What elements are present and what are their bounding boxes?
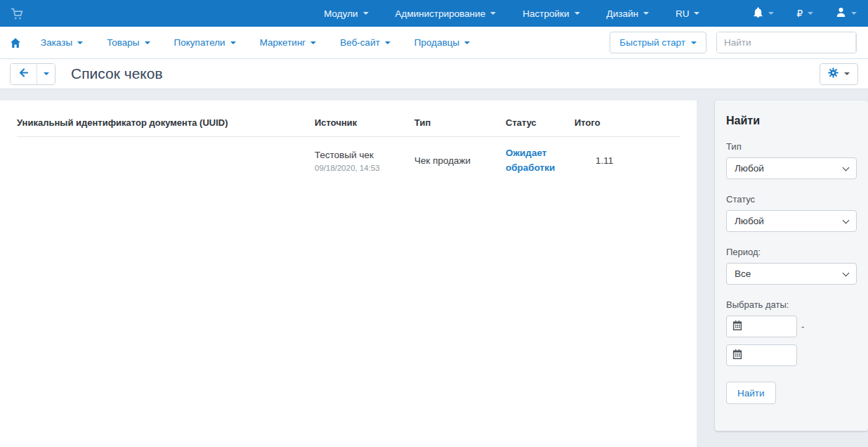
nav-item-products[interactable]: Товары [107, 37, 150, 48]
period-select[interactable]: Все [726, 263, 857, 285]
navbar-right: Быстрый старт [610, 32, 857, 53]
date-to-field[interactable] [726, 344, 797, 366]
date-from-field[interactable] [726, 316, 797, 337]
menu-language[interactable]: RU [676, 8, 700, 19]
global-search [716, 32, 857, 53]
status-link[interactable]: Ожидает обработки [506, 146, 569, 176]
source-date: 09/18/2020, 14:53 [315, 164, 409, 172]
status-select[interactable]: Любой [726, 210, 857, 232]
find-button[interactable]: Найти [726, 382, 776, 404]
date-from-input[interactable] [747, 321, 789, 332]
navbar-items: Заказы Товары Покупатели Маркетинг Веб-с… [41, 37, 470, 48]
nav-item-customers[interactable]: Покупатели [174, 37, 236, 48]
table-row: Тестовый чек 09/18/2020, 14:53 Чек прода… [17, 137, 680, 185]
filter-status-group: Статус Любой [726, 194, 857, 232]
chevron-down-icon [490, 12, 496, 15]
user-icon [836, 7, 846, 20]
menu-modules[interactable]: Модули [324, 8, 368, 19]
nav-item-vendors[interactable]: Продавцы [414, 37, 470, 48]
nav-item-website-label: Веб-сайт [340, 37, 380, 48]
menu-design-label: Дизайн [607, 8, 638, 19]
arrow-left-icon [18, 67, 29, 80]
menu-administration[interactable]: Администрирование [395, 8, 497, 19]
main-area: Уникальный идентификатор документа (UUID… [0, 89, 868, 447]
column-header-status: Статус [506, 109, 574, 137]
chevron-down-icon [230, 41, 236, 44]
date-from-row: - [726, 316, 857, 337]
receipts-table: Уникальный идентификатор документа (UUID… [17, 109, 680, 185]
back-history-dropdown[interactable] [37, 64, 55, 84]
page-title: Список чеков [71, 65, 163, 82]
status-select-value: Любой [735, 216, 764, 226]
notifications-menu[interactable] [753, 7, 774, 20]
menu-settings-label: Настройки [522, 8, 569, 19]
period-select-value: Все [735, 268, 751, 279]
topbar-icon-menus: ₽ [753, 7, 857, 20]
user-menu[interactable] [836, 7, 857, 20]
table-header-row: Уникальный идентификатор документа (UUID… [17, 109, 680, 137]
search-input[interactable] [717, 32, 855, 53]
chevron-down-icon [44, 72, 49, 75]
cell-source: Тестовый чек 09/18/2020, 14:53 [315, 137, 414, 185]
period-label: Период: [726, 247, 857, 257]
cart-icon[interactable] [10, 6, 25, 21]
search-filter-panel: Найти Тип Любой Статус Любой Период: Все [715, 101, 868, 431]
quick-start-button[interactable]: Быстрый старт [610, 32, 706, 53]
menu-settings[interactable]: Настройки [522, 8, 579, 19]
chevron-down-icon [851, 12, 857, 15]
column-header-total: Итого [574, 109, 680, 137]
column-header-uuid: Уникальный идентификатор документа (UUID… [17, 109, 315, 137]
menu-administration-label: Администрирование [395, 8, 486, 19]
chevron-down-icon [310, 41, 316, 44]
chevron-down-icon [808, 12, 813, 15]
chevron-down-icon [843, 217, 850, 224]
chevron-down-icon [694, 12, 699, 15]
menu-modules-label: Модули [324, 8, 357, 19]
ruble-icon: ₽ [796, 8, 803, 19]
gear-icon [828, 67, 839, 80]
topbar: Модули Администрирование Настройки Дизай… [0, 0, 868, 27]
date-to-input[interactable] [747, 350, 789, 361]
page-settings-button[interactable] [820, 63, 858, 85]
nav-item-vendors-label: Продавцы [414, 37, 459, 48]
nav-item-products-label: Товары [107, 37, 139, 48]
bell-icon [753, 7, 763, 20]
cell-type: Чек продажи [414, 137, 506, 185]
nav-item-orders[interactable]: Заказы [41, 37, 83, 48]
chevron-down-icon [385, 41, 390, 44]
currency-menu[interactable]: ₽ [796, 8, 813, 19]
type-select[interactable]: Любой [726, 157, 857, 179]
page-header: Список чеков [0, 59, 868, 89]
nav-item-website[interactable]: Веб-сайт [340, 37, 390, 48]
chevron-down-icon [843, 164, 850, 171]
cell-status: Ожидает обработки [506, 137, 574, 185]
date-to-row [726, 344, 857, 366]
status-label: Статус [726, 194, 857, 205]
chevron-down-icon [768, 12, 774, 15]
calendar-icon [732, 320, 742, 332]
nav-item-orders-label: Заказы [41, 37, 72, 48]
chevron-down-icon [363, 12, 369, 15]
type-select-value: Любой [735, 163, 764, 174]
chevron-down-icon [77, 41, 83, 44]
dates-label: Выбрать даты: [726, 299, 857, 310]
menu-design[interactable]: Дизайн [607, 8, 649, 19]
home-icon[interactable] [10, 37, 21, 48]
topbar-menus: Модули Администрирование Настройки Дизай… [324, 7, 857, 20]
filter-type-group: Тип Любой [726, 141, 857, 179]
filter-period-group: Период: Все [726, 247, 857, 285]
search-button[interactable] [855, 32, 857, 53]
filter-panel-title: Найти [726, 115, 857, 127]
back-button[interactable] [11, 64, 37, 84]
column-header-type: Тип [414, 109, 506, 137]
cell-total: 1.11 [574, 137, 680, 185]
menu-language-label: RU [676, 8, 690, 19]
date-separator: - [801, 321, 804, 332]
chevron-down-icon [145, 41, 150, 44]
type-label: Тип [726, 141, 857, 152]
chevron-down-icon [843, 270, 850, 277]
search-icon [856, 36, 857, 50]
nav-item-marketing-label: Маркетинг [260, 37, 306, 48]
nav-item-marketing[interactable]: Маркетинг [260, 37, 317, 48]
chevron-down-icon [643, 12, 649, 15]
